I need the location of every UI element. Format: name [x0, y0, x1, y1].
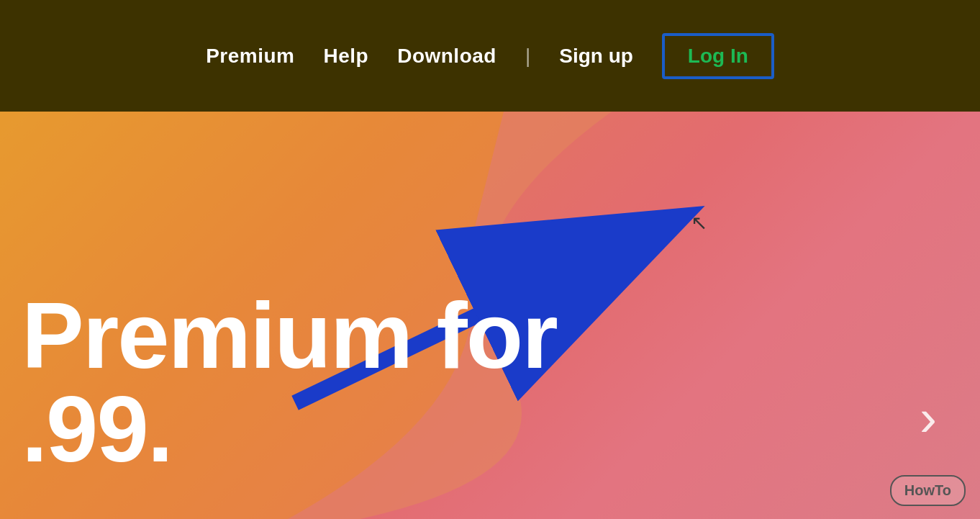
- nav-help[interactable]: Help: [323, 45, 368, 68]
- hero-text-block: Premium for .99.: [22, 289, 557, 476]
- nav-divider: |: [525, 45, 530, 68]
- nav-login-button[interactable]: Log In: [662, 33, 774, 79]
- hero-section: ↖ Premium for .99. › HowTo: [0, 112, 980, 519]
- nav-premium[interactable]: Premium: [206, 45, 294, 68]
- howto-badge: HowTo: [890, 475, 966, 506]
- hero-title-line2: .99.: [22, 382, 557, 476]
- navbar: Premium Help Download | Sign up Log In: [0, 0, 980, 112]
- navbar-inner: Premium Help Download | Sign up Log In: [206, 33, 774, 79]
- nav-download[interactable]: Download: [397, 45, 496, 68]
- hero-next-chevron[interactable]: ›: [920, 388, 937, 447]
- nav-signup[interactable]: Sign up: [559, 45, 633, 68]
- hero-title-line1: Premium for: [22, 289, 557, 382]
